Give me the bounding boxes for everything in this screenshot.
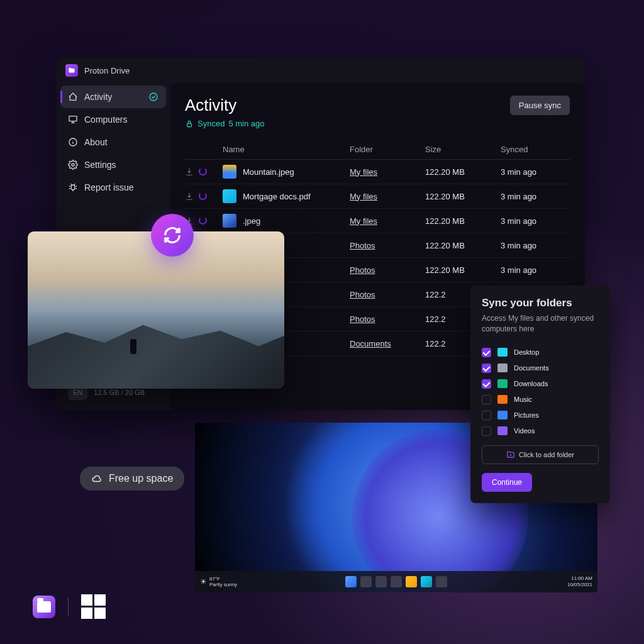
folder-link[interactable]: My files — [350, 192, 425, 201]
windows-logo-icon — [81, 594, 106, 619]
table-row[interactable]: Mortgage docs.pdf My files 122.20 MB 3 m… — [185, 184, 570, 209]
svg-rect-5 — [187, 123, 192, 126]
checkbox[interactable] — [482, 348, 491, 357]
file-thumb-icon — [223, 165, 236, 179]
bug-icon — [68, 182, 78, 192]
folder-label: Pictures — [514, 411, 539, 419]
sync-bubble-icon — [151, 214, 194, 257]
sidebar-item-label: Activity — [84, 92, 112, 102]
folder-label: Downloads — [514, 380, 548, 387]
col-size: Size — [425, 145, 501, 154]
folder-plus-icon — [506, 450, 515, 459]
folder-option[interactable]: Music — [482, 392, 599, 408]
photo-preview — [28, 231, 284, 389]
cloud-icon — [91, 473, 103, 484]
titlebar: Proton Drive — [57, 58, 585, 83]
folder-icon — [497, 364, 508, 372]
sidebar-item-about[interactable]: About — [60, 131, 166, 153]
sync-time-label: 5 min ago — [228, 119, 264, 128]
table-row[interactable]: .jpeg My files 122.20 MB 3 min ago — [185, 209, 570, 233]
file-synced: 3 min ago — [501, 216, 570, 226]
sidebar-item-label: Report issue — [84, 182, 134, 192]
folder-icon — [497, 411, 508, 419]
taskbar-edge-icon[interactable] — [421, 576, 432, 587]
file-name: .jpeg — [243, 216, 260, 226]
col-name: Name — [223, 145, 350, 154]
folder-option[interactable]: Downloads — [482, 376, 599, 392]
sidebar-item-label: Computers — [84, 114, 127, 125]
taskbar-explorer-icon[interactable] — [406, 576, 417, 587]
download-icon — [185, 192, 194, 201]
taskbar-weather-label: Partly sunny — [209, 582, 237, 587]
table-row[interactable]: Mountain.jpeg My files 122.20 MB 3 min a… — [185, 160, 570, 184]
page-title: Activity — [185, 96, 236, 115]
taskbar-clock[interactable]: 11:00 AM 10/05/2021 — [567, 575, 592, 587]
taskbar-start-icon[interactable] — [345, 576, 357, 587]
file-synced: 3 min ago — [501, 167, 570, 177]
col-folder: Folder — [350, 145, 425, 154]
sync-status-label: Synced — [197, 119, 225, 128]
sync-status: Synced 5 min ago — [185, 119, 570, 128]
sidebar-item-settings[interactable]: Settings — [60, 153, 166, 176]
proton-drive-logo-icon — [33, 596, 55, 618]
folder-option[interactable]: Pictures — [482, 408, 599, 423]
folder-option[interactable]: Desktop — [482, 345, 599, 360]
folder-link[interactable]: Photos — [350, 265, 425, 275]
file-size: 122.20 MB — [425, 241, 501, 250]
add-folder-button[interactable]: Click to add folder — [482, 445, 599, 464]
storage-text: 12.5 GB / 20 GB — [94, 389, 145, 396]
sidebar-item-activity[interactable]: Activity — [60, 86, 166, 108]
taskbar-widgets-icon[interactable] — [391, 576, 402, 587]
footer-logos — [33, 594, 106, 619]
folder-label: Videos — [514, 427, 535, 435]
sidebar-item-computers[interactable]: Computers — [60, 108, 166, 131]
checkbox[interactable] — [482, 395, 491, 404]
taskbar: ☀ 87°F Partly sunny 11:00 AM 10/05/2021 — [195, 571, 597, 592]
taskbar-time: 11:00 AM — [567, 575, 592, 582]
folder-label: Music — [514, 396, 532, 403]
lock-icon — [185, 119, 194, 128]
checkbox[interactable] — [482, 364, 491, 373]
svg-rect-1 — [69, 116, 77, 121]
free-up-space-label: Free up space — [109, 473, 173, 484]
file-name: Mortgage docs.pdf — [243, 192, 311, 201]
taskbar-taskview-icon[interactable] — [375, 576, 387, 587]
free-up-space-button[interactable]: Free up space — [80, 467, 184, 491]
app-logo-icon — [65, 64, 78, 77]
folder-option[interactable]: Documents — [482, 360, 599, 376]
taskbar-weather[interactable]: ☀ 87°F Partly sunny — [200, 576, 237, 587]
file-name: Mountain.jpeg — [243, 167, 294, 177]
monitor-icon — [68, 114, 78, 125]
folder-option[interactable]: Videos — [482, 423, 599, 439]
svg-point-3 — [72, 164, 74, 166]
dialog-title: Sync your folders — [482, 297, 599, 309]
sync-spinner-icon — [199, 216, 207, 225]
taskbar-temp: 87°F — [209, 576, 237, 582]
file-size: 122.20 MB — [425, 192, 501, 201]
folder-link[interactable]: Photos — [350, 290, 425, 299]
folder-label: Desktop — [514, 348, 539, 356]
checkbox[interactable] — [482, 426, 491, 436]
pause-sync-button[interactable]: Pause sync — [510, 96, 570, 115]
sidebar-item-report-issue[interactable]: Report issue — [60, 176, 166, 199]
file-synced: 3 min ago — [501, 241, 570, 250]
continue-button[interactable]: Continue — [482, 473, 532, 492]
sidebar-item-label: Settings — [84, 160, 116, 170]
folder-link[interactable]: Photos — [350, 241, 425, 250]
checkbox[interactable] — [482, 411, 491, 420]
file-synced: 3 min ago — [501, 192, 570, 201]
add-folder-label: Click to add folder — [519, 451, 574, 458]
col-synced: Synced — [501, 145, 570, 154]
taskbar-search-icon[interactable] — [360, 576, 372, 587]
checkbox[interactable] — [482, 379, 491, 389]
table-header: Name Folder Size Synced — [185, 140, 570, 160]
app-title: Proton Drive — [84, 66, 130, 75]
folder-icon — [497, 395, 508, 404]
folder-link[interactable]: My files — [350, 167, 425, 177]
taskbar-app-icon[interactable] — [436, 576, 447, 587]
folder-link[interactable]: My files — [350, 216, 425, 226]
folder-link[interactable]: Documents — [350, 339, 425, 348]
file-size: 122.20 MB — [425, 167, 501, 177]
file-synced: 3 min ago — [501, 265, 570, 275]
folder-link[interactable]: Photos — [350, 314, 425, 324]
